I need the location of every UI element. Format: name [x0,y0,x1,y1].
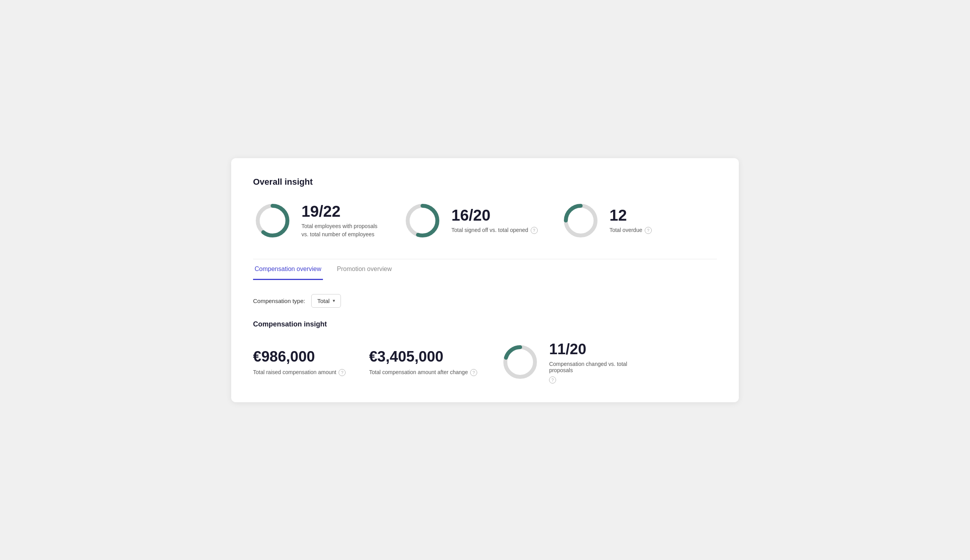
filter-row: Compensation type: Total ▾ [253,294,717,308]
metric-overdue-desc: Total overdue [610,226,642,234]
donut-employees [253,201,292,240]
main-card: Overall insight 19/22 Total employees wi… [231,158,739,402]
raised-question-icon[interactable]: ? [339,369,346,376]
tab-promotion[interactable]: Promotion overview [335,259,394,280]
changed-question-icon[interactable]: ? [549,376,556,383]
metric-overdue: 12 Total overdue ? [561,201,652,240]
metric-raised: €986,000 Total raised compensation amoun… [253,348,346,376]
chevron-down-icon: ▾ [333,298,335,303]
after-change-question-icon[interactable]: ? [470,369,477,376]
signed-off-question-icon[interactable]: ? [531,227,538,234]
tabs-container: Compensation overview Promotion overview [253,259,717,280]
metric-signed-off-value: 16/20 [451,207,538,224]
overall-insight-title: Overall insight [253,177,717,187]
donut-signed-off [403,201,442,240]
metric-employees-desc: Total employees with proposals vs. total… [301,222,380,239]
metric-signed-off-desc: Total signed off vs. total opened [451,226,528,234]
metric-changed-value: 11/20 [549,341,627,358]
compensation-type-select[interactable]: Total ▾ [311,294,341,308]
overall-metrics-row: 19/22 Total employees with proposals vs.… [253,201,717,240]
metric-overdue-value: 12 [610,207,652,224]
metric-after-change-desc: Total compensation amount after change ? [369,368,477,376]
metric-changed-vs-proposals: 11/20 Compensation changed vs. total pro… [501,341,627,383]
donut-overdue [561,201,600,240]
overdue-question-icon[interactable]: ? [645,227,652,234]
metric-signed-off: 16/20 Total signed off vs. total opened … [403,201,538,240]
metric-after-change-value: €3,405,000 [369,348,477,365]
metric-after-change: €3,405,000 Total compensation amount aft… [369,348,477,376]
metric-changed-desc: Compensation changed vs. total proposals… [549,361,627,383]
metric-employees: 19/22 Total employees with proposals vs.… [253,201,380,240]
metric-employees-value: 19/22 [301,203,380,220]
compensation-metrics-row: €986,000 Total raised compensation amoun… [253,341,717,383]
tab-compensation[interactable]: Compensation overview [253,259,323,280]
filter-selected-value: Total [317,298,330,304]
filter-label: Compensation type: [253,298,305,304]
metric-raised-desc: Total raised compensation amount ? [253,368,346,376]
compensation-insight-title: Compensation insight [253,320,717,328]
donut-changed [501,342,540,382]
metric-raised-value: €986,000 [253,348,346,365]
